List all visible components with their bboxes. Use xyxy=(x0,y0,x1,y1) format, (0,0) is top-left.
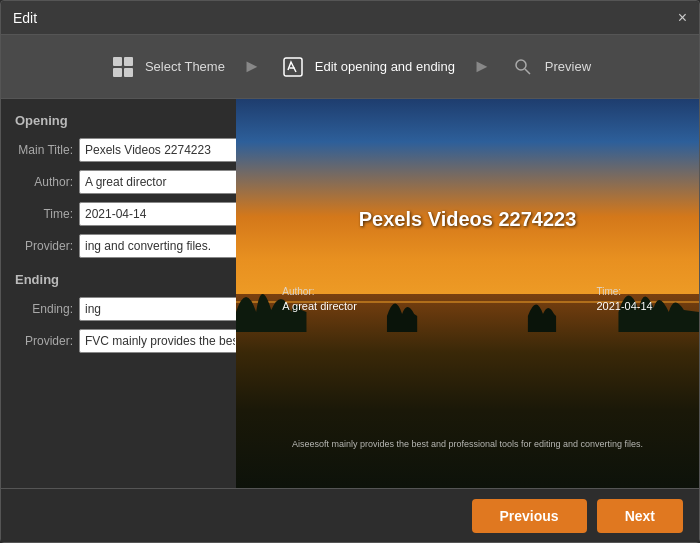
author-meta-col: Author: A great director xyxy=(282,286,357,312)
svg-line-7 xyxy=(525,69,530,74)
time-meta-label: Time: xyxy=(596,286,652,297)
provider-row: Provider: xyxy=(15,234,222,258)
edit-window: Edit × Select Theme ► xyxy=(0,0,700,543)
close-button[interactable]: × xyxy=(678,10,687,26)
svg-rect-3 xyxy=(124,68,133,77)
preview-area: Pexels Videos 2274223 Author: A great di… xyxy=(236,99,699,488)
time-meta-col: Time: 2021-04-14 xyxy=(596,286,652,312)
ending-provider-label: Provider: xyxy=(15,334,73,348)
preview-title: Pexels Videos 2274223 xyxy=(359,208,577,231)
svg-rect-2 xyxy=(113,68,122,77)
next-button[interactable]: Next xyxy=(597,499,683,533)
step2-edit-opening[interactable]: Edit opening and ending xyxy=(269,47,465,87)
author-meta-label: Author: xyxy=(282,286,357,297)
main-content: Opening Main Title: Author: Time: Provid… xyxy=(1,99,699,488)
author-meta-value: A great director xyxy=(282,300,357,312)
time-label: Time: xyxy=(15,207,73,221)
ending-section: Ending Ending: Provider: xyxy=(15,272,222,353)
time-row: Time: xyxy=(15,202,222,226)
author-label: Author: xyxy=(15,175,73,189)
title-bar: Edit × xyxy=(1,1,699,35)
step1-select-theme[interactable]: Select Theme xyxy=(99,47,235,87)
main-title-input[interactable] xyxy=(79,138,236,162)
sidebar: Opening Main Title: Author: Time: Provid… xyxy=(1,99,236,488)
preview-footer-text: Aiseesoft mainly provides the best and p… xyxy=(292,439,643,449)
previous-button[interactable]: Previous xyxy=(472,499,587,533)
provider-label: Provider: xyxy=(15,239,73,253)
author-row: Author: xyxy=(15,170,222,194)
step2-label: Edit opening and ending xyxy=(315,59,455,74)
main-title-label: Main Title: xyxy=(15,143,73,157)
step-separator-1: ► xyxy=(243,56,261,77)
ending-field-row: Ending: xyxy=(15,297,222,321)
footer: Previous Next xyxy=(1,488,699,542)
step-separator-2: ► xyxy=(473,56,491,77)
ending-provider-input[interactable] xyxy=(79,329,236,353)
time-input[interactable] xyxy=(79,202,236,226)
step3-label: Preview xyxy=(545,59,591,74)
preview-meta: Author: A great director Time: 2021-04-1… xyxy=(282,286,652,312)
ending-section-label: Ending xyxy=(15,272,222,287)
main-title-row: Main Title: xyxy=(15,138,222,162)
author-input[interactable] xyxy=(79,170,236,194)
search-icon xyxy=(509,53,537,81)
provider-input[interactable] xyxy=(79,234,236,258)
svg-rect-1 xyxy=(124,57,133,66)
ending-input[interactable] xyxy=(79,297,236,321)
edit-icon xyxy=(279,53,307,81)
opening-section-label: Opening xyxy=(15,113,222,128)
toolbar: Select Theme ► Edit opening and ending ► xyxy=(1,35,699,99)
svg-point-6 xyxy=(516,60,526,70)
ending-field-label: Ending: xyxy=(15,302,73,316)
step3-preview[interactable]: Preview xyxy=(499,47,601,87)
step1-label: Select Theme xyxy=(145,59,225,74)
grid-icon xyxy=(109,53,137,81)
preview-image: Pexels Videos 2274223 Author: A great di… xyxy=(236,99,699,488)
ending-provider-row: Provider: xyxy=(15,329,222,353)
svg-rect-0 xyxy=(113,57,122,66)
time-meta-value: 2021-04-14 xyxy=(596,300,652,312)
window-title: Edit xyxy=(13,10,37,26)
